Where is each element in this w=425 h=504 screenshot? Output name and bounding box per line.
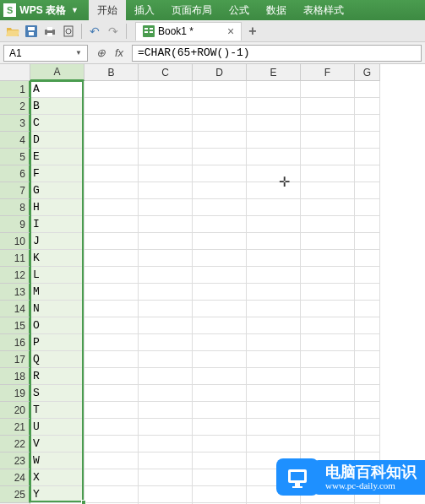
cell[interactable] [193, 301, 247, 317]
menu-item[interactable]: 插入 [126, 0, 163, 20]
save-icon[interactable] [23, 23, 40, 40]
cell[interactable] [139, 115, 193, 132]
menu-item[interactable]: 页面布局 [163, 0, 221, 20]
row-header[interactable]: 13 [0, 284, 30, 301]
cell[interactable] [301, 165, 355, 182]
cell[interactable] [301, 132, 355, 149]
cell[interactable] [355, 115, 380, 132]
menu-item[interactable]: 公式 [221, 0, 258, 20]
cell[interactable] [193, 436, 247, 453]
cell[interactable]: C [30, 115, 84, 132]
cell[interactable] [247, 334, 301, 351]
row-header[interactable]: 11 [0, 250, 30, 267]
cell[interactable] [301, 149, 355, 165]
cell[interactable] [247, 149, 301, 165]
name-box[interactable]: A1 ▼ [3, 45, 88, 62]
row-header[interactable]: 24 [0, 469, 30, 486]
cell[interactable]: Y [30, 486, 84, 503]
cell[interactable] [84, 469, 139, 486]
cell[interactable] [193, 233, 247, 250]
cell[interactable]: J [30, 233, 84, 250]
cell[interactable] [84, 486, 139, 503]
cell[interactable] [84, 334, 139, 351]
print-icon[interactable] [41, 23, 58, 40]
fx-icon[interactable]: fx [110, 45, 128, 62]
cell[interactable] [301, 301, 355, 317]
cell[interactable] [193, 182, 247, 199]
row-header[interactable]: 9 [0, 216, 30, 233]
cell[interactable] [193, 351, 247, 368]
cell[interactable] [193, 267, 247, 284]
menu-item[interactable]: 表格样式 [295, 0, 352, 20]
row-header[interactable]: 8 [0, 199, 30, 216]
column-header[interactable]: G [355, 64, 380, 81]
cell[interactable] [355, 368, 380, 385]
cell[interactable] [84, 132, 139, 149]
column-header[interactable]: E [247, 64, 301, 81]
cell[interactable] [139, 368, 193, 385]
cell[interactable] [355, 317, 380, 334]
cell[interactable] [84, 453, 139, 469]
cell[interactable] [139, 267, 193, 284]
cell[interactable] [355, 284, 380, 301]
cell[interactable] [301, 402, 355, 419]
menu-item[interactable]: 数据 [258, 0, 295, 20]
cell[interactable] [139, 402, 193, 419]
cell[interactable] [139, 301, 193, 317]
cell[interactable] [139, 419, 193, 436]
cell[interactable] [193, 250, 247, 267]
cell[interactable] [193, 81, 247, 98]
cell[interactable] [193, 284, 247, 301]
cell[interactable] [301, 436, 355, 453]
cell[interactable] [193, 216, 247, 233]
cell[interactable] [247, 284, 301, 301]
cell[interactable]: H [30, 199, 84, 216]
cell[interactable] [139, 351, 193, 368]
menu-item[interactable]: 开始 [89, 0, 126, 20]
row-header[interactable]: 14 [0, 301, 30, 317]
cell[interactable] [84, 149, 139, 165]
cell[interactable]: L [30, 267, 84, 284]
row-header[interactable]: 3 [0, 115, 30, 132]
cell[interactable] [355, 267, 380, 284]
print-preview-icon[interactable] [60, 23, 77, 40]
cell[interactable]: D [30, 132, 84, 149]
cell[interactable] [247, 199, 301, 216]
cell[interactable] [247, 267, 301, 284]
cell[interactable] [301, 419, 355, 436]
cell[interactable] [301, 233, 355, 250]
column-header[interactable]: A [30, 64, 84, 81]
function-wizard-icon[interactable]: ⊕ [91, 45, 110, 62]
cell[interactable]: K [30, 250, 84, 267]
cell[interactable]: P [30, 334, 84, 351]
cell[interactable] [193, 199, 247, 216]
cell[interactable]: S [30, 385, 84, 402]
undo-icon[interactable]: ↶ [86, 23, 103, 40]
cell[interactable] [355, 233, 380, 250]
cell[interactable] [247, 402, 301, 419]
app-menu-dropdown[interactable]: ▼ [71, 6, 79, 14]
cell[interactable] [301, 385, 355, 402]
row-header[interactable]: 20 [0, 402, 30, 419]
row-header[interactable]: 18 [0, 368, 30, 385]
cell[interactable] [139, 250, 193, 267]
cell[interactable] [139, 436, 193, 453]
cell[interactable]: M [30, 284, 84, 301]
cell[interactable] [355, 165, 380, 182]
cell[interactable] [301, 284, 355, 301]
cell[interactable] [139, 317, 193, 334]
cell[interactable] [355, 385, 380, 402]
cell[interactable] [84, 351, 139, 368]
cell[interactable] [193, 98, 247, 115]
cell[interactable] [84, 250, 139, 267]
cell[interactable] [301, 267, 355, 284]
name-box-dropdown-icon[interactable]: ▼ [75, 49, 82, 57]
cell[interactable] [84, 115, 139, 132]
cell[interactable] [139, 199, 193, 216]
row-header[interactable]: 12 [0, 267, 30, 284]
cell[interactable] [355, 98, 380, 115]
cell[interactable] [301, 199, 355, 216]
cell[interactable] [139, 98, 193, 115]
cell[interactable] [247, 250, 301, 267]
cell[interactable] [247, 98, 301, 115]
